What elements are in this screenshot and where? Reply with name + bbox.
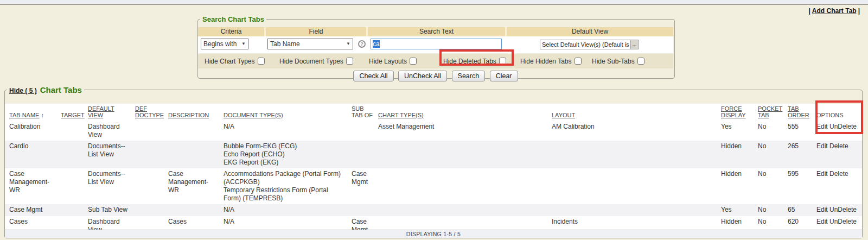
column-header-target: TARGET (59, 104, 86, 121)
hide-hidden-tabs-option: Hide Hidden Tabs (520, 56, 582, 66)
cell-default-view: Documents-- List View (86, 168, 133, 204)
cell-document-types: N/A (221, 216, 349, 230)
cell-tab-name: Case Mgmt (5, 204, 59, 216)
column-header-document-types: DOCUMENT TYPE(S) (221, 104, 349, 121)
cell-default-view: Dashboard View (86, 121, 133, 141)
cell-default-view: Documents-- List View (86, 141, 133, 168)
cell-document-types: N/A (221, 204, 349, 216)
tab-order-sort-link[interactable]: TAB ORDER (788, 105, 809, 118)
cell-force-display: Hidden (719, 216, 756, 230)
cell-pocket-tab: No (756, 168, 786, 204)
cell-options[interactable]: Edit UnDelete (814, 216, 862, 230)
hide-sub-tabs-option: Hide Sub-Tabs (592, 56, 644, 66)
cell-layout: Incidents (550, 216, 719, 230)
cell-target (59, 204, 86, 216)
cell-options[interactable]: Edit UnDelete (814, 204, 862, 216)
table-row: Calibration Dashboard View N/A Asset Man… (5, 121, 862, 141)
ellipsis-button[interactable]: ... (630, 40, 638, 49)
column-header-layout: LAYOUT (550, 104, 719, 121)
field-select-value: Tab Name (270, 40, 300, 48)
default-view-column-header: Default View (507, 27, 673, 36)
cell-target (59, 168, 86, 204)
cell-tab-order: 65 (786, 204, 814, 216)
cell-chart-types (376, 141, 550, 168)
cell-force-display: Hidden (719, 141, 756, 168)
default-view-sort-link[interactable]: DEFAULT VIEW (88, 105, 114, 118)
column-header-tab-order: TAB ORDER (786, 104, 814, 121)
hide-layouts-checkbox[interactable] (410, 58, 417, 65)
cell-pocket-tab: No (756, 204, 786, 216)
layout-sort-link[interactable]: LAYOUT (552, 112, 575, 118)
cell-sub-tab-of (349, 121, 376, 141)
target-sort-link[interactable]: TARGET (61, 112, 85, 118)
search-panel-title: Search Chart Tabs (200, 15, 266, 23)
pipe-separator: | (809, 7, 810, 15)
hide-layouts-option: Hide Layouts (369, 56, 417, 66)
cell-chart-types: Asset Management (376, 121, 550, 141)
tab-name-sort-link[interactable]: TAB NAME (9, 112, 39, 118)
def-doctype-sort-link[interactable]: DEF DOCTYPE (135, 105, 164, 118)
field-column-header: Field (266, 27, 366, 36)
cell-force-display: Yes (719, 204, 756, 216)
cell-sub-tab-of: Case Mgmt (349, 216, 376, 230)
help-icon[interactable]: ? (358, 40, 366, 48)
cell-options[interactable]: Edit Delete (814, 168, 862, 204)
cell-def-doctype (133, 121, 166, 141)
search-buttons-row: Check All UnCheck All Search Clear (198, 71, 673, 81)
column-header-tab-name: TAB NAME↑ (5, 104, 59, 121)
uncheck-all-button[interactable]: UnCheck All (398, 71, 447, 81)
field-select[interactable]: ▼ Tab Name (267, 39, 353, 49)
hide-hidden-tabs-checkbox[interactable] (575, 58, 582, 65)
hide-chart-types-checkbox[interactable] (258, 58, 265, 65)
clear-button[interactable]: Clear (490, 71, 518, 81)
default-view-picker[interactable]: Select Default View(s) (Default is All) … (540, 40, 639, 49)
description-sort-link[interactable]: DESCRIPTION (168, 112, 209, 118)
cell-def-doctype (133, 204, 166, 216)
table-header-row: TAB NAME↑ TARGET DEFAULT VIEW DEF DOCTYP… (5, 104, 862, 121)
cell-description (166, 204, 221, 216)
add-chart-tab-link[interactable]: Add Chart Tab (812, 7, 857, 15)
cell-layout (550, 141, 719, 168)
cell-pocket-tab: No (756, 141, 786, 168)
document-types-sort-link[interactable]: DOCUMENT TYPE(S) (224, 112, 283, 118)
highlight-box-hide-deleted-tabs (439, 49, 514, 66)
chart-tabs-table: TAB NAME↑ TARGET DEFAULT VIEW DEF DOCTYP… (5, 104, 862, 230)
search-button[interactable]: Search (452, 71, 486, 81)
cell-chart-types (376, 168, 550, 204)
cell-options[interactable]: Edit Delete (814, 141, 862, 168)
force-display-sort-link[interactable]: FORCE DISPLAY (721, 105, 746, 118)
cell-def-doctype (133, 141, 166, 168)
table-row: Case Management-WR Documents-- List View… (5, 168, 862, 204)
cell-tab-order: 595 (786, 168, 814, 204)
cell-layout: AM Calibration (550, 121, 719, 141)
hide-document-types-option: Hide Document Types (279, 56, 353, 66)
pocket-tab-sort-link[interactable]: POCKET TAB (758, 105, 782, 118)
hide-sub-tabs-label: Hide Sub-Tabs (592, 58, 635, 65)
hide-document-types-checkbox[interactable] (346, 58, 353, 65)
hide-document-types-label: Hide Document Types (279, 58, 343, 65)
cell-document-types: Bubble Form-EKG (ECG) Echo Report (ECHO)… (221, 141, 349, 168)
hide-layouts-label: Hide Layouts (369, 58, 407, 65)
pipe-separator: | (858, 7, 860, 15)
cell-document-types: Accommodations Package (Portal Form) (AC… (221, 168, 349, 204)
cell-description (166, 141, 221, 168)
hide-results-link[interactable]: Hide ( 5 ) (9, 87, 37, 94)
chart-tabs-panel: Hide ( 5 )Chart Tabs TAB NAME↑ TARGET DE… (4, 85, 863, 238)
cell-pocket-tab: No (756, 121, 786, 141)
hide-sub-tabs-checkbox[interactable] (637, 58, 644, 65)
check-all-button[interactable]: Check All (353, 71, 393, 81)
sort-ascending-icon[interactable]: ↑ (41, 112, 44, 118)
criteria-select[interactable]: ▼ Begins with (201, 39, 248, 49)
cell-target (59, 216, 86, 230)
cell-tab-order: 265 (786, 141, 814, 168)
search-text-input[interactable]: ca (371, 39, 502, 49)
column-header-sub-tab-of: SUB TAB OF (349, 104, 376, 121)
search-header-row: Criteria Field Search Text Default View (198, 27, 673, 36)
chart-types-sort-link[interactable]: CHART TYPE(S) (378, 112, 424, 118)
search-controls-row: ▼ Begins with ▼ Tab Name ? ca Select Def… (198, 36, 673, 53)
add-chart-tab-area: |Add Chart Tab| (807, 7, 862, 15)
hide-chart-types-option: Hide Chart Types (205, 56, 265, 66)
column-header-description: DESCRIPTION (166, 104, 221, 121)
default-view-picker-value: Select Default View(s) (Default is All) (542, 41, 639, 48)
cell-tab-order: 555 (786, 121, 814, 141)
